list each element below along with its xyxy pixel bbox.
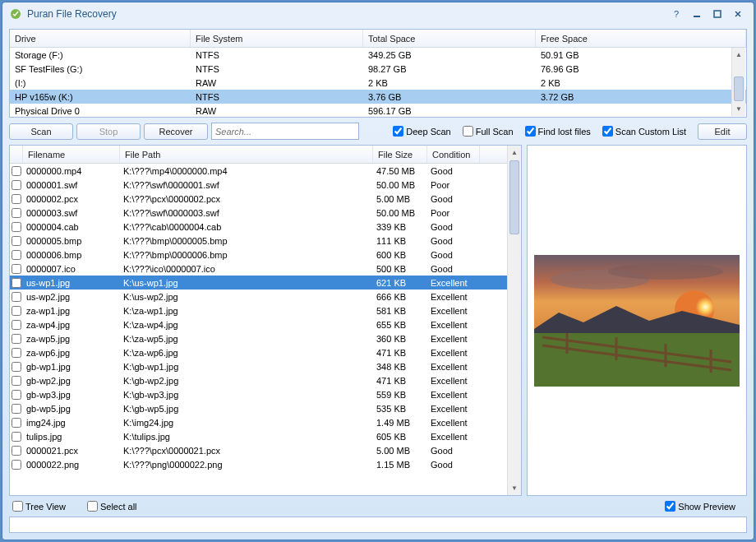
file-row[interactable]: 0000022.pngK:\???\png\0000022.png1.15 MB… (10, 457, 507, 471)
file-path: K:\us-wp1.jpg (120, 278, 373, 288)
deep-scan-checkbox[interactable]: Deep Scan (393, 126, 450, 137)
drive-name: Storage (F:) (10, 50, 191, 60)
file-row[interactable]: tulips.jpgK:\tulips.jpg605 KBExcellent (10, 429, 507, 443)
file-checkbox[interactable] (10, 278, 23, 288)
file-row[interactable]: gb-wp2.jpgK:\gb-wp2.jpg471 KBExcellent (10, 373, 507, 387)
file-checkbox[interactable] (10, 404, 23, 414)
scroll-up-icon[interactable]: ▲ (732, 48, 745, 62)
select-all-checkbox[interactable]: Select all (87, 501, 137, 512)
drive-row[interactable]: HP v165w (K:)NTFS3.76 GB3.72 GB (10, 90, 746, 104)
file-checkbox[interactable] (10, 194, 23, 204)
file-row[interactable]: us-wp2.jpgK:\us-wp2.jpg666 KBExcellent (10, 290, 507, 303)
drive-row[interactable]: (I:)RAW2 KB2 KB (10, 76, 746, 90)
scroll-up-icon[interactable]: ▲ (508, 146, 521, 160)
drive-row[interactable]: Physical Drive 0RAW596.17 GB (10, 104, 746, 117)
file-checkbox[interactable] (10, 264, 23, 274)
file-row[interactable]: 0000007.icoK:\???\ico\0000007.ico500 KBG… (10, 262, 507, 276)
drives-scrollbar[interactable]: ▲ ▼ (731, 48, 745, 116)
file-checkbox[interactable] (10, 222, 23, 232)
file-path: K:\gb-wp3.jpg (120, 390, 373, 400)
file-checkbox[interactable] (10, 432, 23, 442)
scan-custom-checkbox[interactable]: Scan Custom List (602, 126, 686, 137)
file-checkbox[interactable] (10, 180, 23, 190)
file-condition: Excellent (427, 292, 480, 302)
file-row[interactable]: 0000001.swfK:\???\swf\0000001.swf50.00 M… (10, 178, 507, 192)
scroll-thumb[interactable] (734, 76, 744, 101)
file-row[interactable]: gb-wp3.jpgK:\gb-wp3.jpg559 KBExcellent (10, 387, 507, 401)
drives-header: Drive File System Total Space Free Space (10, 30, 746, 48)
help-button[interactable]: ? (667, 7, 685, 21)
app-icon (9, 7, 22, 21)
stop-button[interactable]: Stop (76, 123, 141, 140)
file-checkbox[interactable] (10, 334, 23, 344)
file-size: 348 KB (373, 362, 427, 372)
file-name: us-wp1.jpg (23, 278, 120, 288)
scroll-down-icon[interactable]: ▼ (732, 102, 745, 116)
file-checkbox[interactable] (10, 306, 23, 316)
file-path: K:\za-wp4.jpg (120, 320, 373, 330)
close-button[interactable] (729, 7, 747, 21)
col-drive[interactable]: Drive (10, 30, 191, 47)
file-row[interactable]: za-wp6.jpgK:\za-wp6.jpg471 KBExcellent (10, 345, 507, 359)
col-free-space[interactable]: Free Space (536, 30, 746, 47)
search-input[interactable] (211, 123, 359, 140)
file-checkbox[interactable] (10, 320, 23, 330)
file-row[interactable]: 0000003.swfK:\???\swf\0000003.swf50.00 M… (10, 206, 507, 220)
file-row[interactable]: za-wp4.jpgK:\za-wp4.jpg655 KBExcellent (10, 317, 507, 331)
file-row[interactable]: 0000005.bmpK:\???\bmp\0000005.bmp111 KBG… (10, 234, 507, 248)
col-total-space[interactable]: Total Space (363, 30, 536, 47)
col-filesize[interactable]: File Size (373, 146, 427, 163)
file-checkbox[interactable] (10, 376, 23, 386)
col-filename[interactable]: Filename (23, 146, 120, 163)
drive-total: 596.17 GB (363, 106, 536, 116)
edit-button[interactable]: Edit (698, 123, 747, 140)
find-lost-checkbox[interactable]: Find lost files (525, 126, 591, 137)
file-checkbox[interactable] (10, 390, 23, 400)
file-row[interactable]: 0000006.bmpK:\???\bmp\0000006.bmp600 KBG… (10, 248, 507, 262)
col-filesystem[interactable]: File System (191, 30, 363, 47)
file-checkbox[interactable] (10, 362, 23, 372)
file-row[interactable]: img24.jpgK:\img24.jpg1.49 MBExcellent (10, 415, 507, 429)
file-row[interactable]: us-wp1.jpgK:\us-wp1.jpg621 KBExcellent (10, 276, 507, 290)
file-checkbox[interactable] (10, 418, 23, 428)
file-row[interactable]: 0000004.cabK:\???\cab\0000004.cab339 KBG… (10, 220, 507, 234)
file-checkbox[interactable] (10, 292, 23, 302)
show-preview-checkbox[interactable]: Show Preview (665, 501, 735, 512)
file-checkbox[interactable] (10, 236, 23, 246)
col-filepath[interactable]: File Path (120, 146, 373, 163)
file-condition: Good (427, 250, 480, 260)
col-condition[interactable]: Condition (427, 146, 480, 163)
full-scan-checkbox[interactable]: Full Scan (463, 126, 514, 137)
file-row[interactable]: 0000002.pcxK:\???\pcx\0000002.pcx5.00 MB… (10, 192, 507, 206)
file-checkbox[interactable] (10, 460, 23, 470)
file-condition: Excellent (427, 362, 480, 372)
file-checkbox[interactable] (10, 446, 23, 456)
minimize-button[interactable] (688, 7, 706, 21)
scroll-down-icon[interactable]: ▼ (508, 481, 521, 495)
file-condition: Excellent (427, 348, 480, 358)
tree-view-checkbox[interactable]: Tree View (12, 501, 66, 512)
file-row[interactable]: za-wp1.jpgK:\za-wp1.jpg581 KBExcellent (10, 303, 507, 317)
status-bar (9, 517, 747, 533)
file-row[interactable]: gb-wp1.jpgK:\gb-wp1.jpg348 KBExcellent (10, 359, 507, 373)
maximize-button[interactable] (708, 7, 726, 21)
scroll-thumb[interactable] (509, 160, 519, 234)
scan-button[interactable]: Scan (9, 123, 73, 140)
window-title: Puran File Recovery (27, 8, 665, 20)
main-window: Puran File Recovery ? Drive File System … (2, 2, 754, 540)
file-checkbox[interactable] (10, 250, 23, 260)
content-area: Drive File System Total Space Free Space… (2, 25, 754, 540)
file-row[interactable]: za-wp5.jpgK:\za-wp5.jpg360 KBExcellent (10, 331, 507, 345)
file-checkbox[interactable] (10, 166, 23, 176)
file-row[interactable]: gb-wp5.jpgK:\gb-wp5.jpg535 KBExcellent (10, 401, 507, 415)
files-scrollbar[interactable]: ▲ ▼ (507, 146, 521, 495)
file-path: K:\???\mp4\0000000.mp4 (120, 166, 373, 176)
drive-free: 50.91 GB (536, 50, 746, 60)
recover-button[interactable]: Recover (144, 123, 208, 140)
drive-row[interactable]: Storage (F:)NTFS349.25 GB50.91 GB (10, 48, 746, 62)
drive-row[interactable]: SF TestFiles (G:)NTFS98.27 GB76.96 GB (10, 62, 746, 76)
file-checkbox[interactable] (10, 208, 23, 218)
file-row[interactable]: 0000000.mp4K:\???\mp4\0000000.mp447.50 M… (10, 164, 507, 178)
file-row[interactable]: 0000021.pcxK:\???\pcx\0000021.pcx5.00 MB… (10, 443, 507, 457)
file-checkbox[interactable] (10, 348, 23, 358)
